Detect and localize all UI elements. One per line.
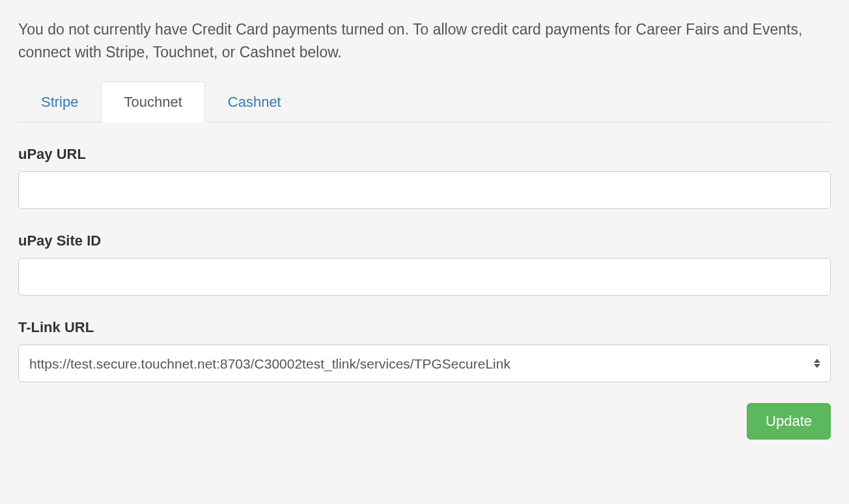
tlink-url-select[interactable]: https://test.secure.touchnet.net:8703/C3… xyxy=(18,344,831,382)
upay-url-input[interactable] xyxy=(18,171,831,209)
update-button[interactable]: Update xyxy=(747,403,831,440)
tab-stripe[interactable]: Stripe xyxy=(18,81,101,122)
upay-url-label: uPay URL xyxy=(18,143,831,165)
upay-site-id-label: uPay Site ID xyxy=(18,230,831,251)
tlink-url-label: T-Link URL xyxy=(18,316,831,338)
tab-touchnet[interactable]: Touchnet xyxy=(101,81,204,122)
tab-cashnet[interactable]: Cashnet xyxy=(205,81,304,122)
upay-site-id-input[interactable] xyxy=(18,258,831,296)
intro-text: You do not currently have Credit Card pa… xyxy=(18,18,831,63)
payment-tabs: Stripe Touchnet Cashnet xyxy=(18,81,831,122)
